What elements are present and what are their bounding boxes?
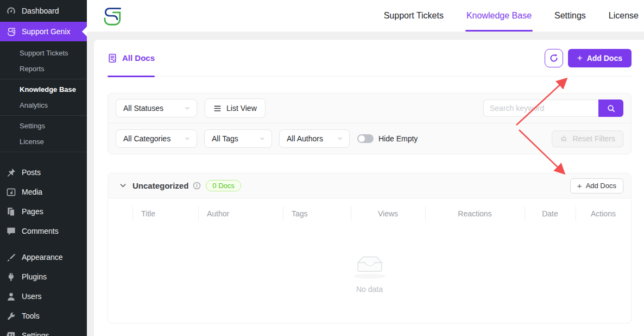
sidebar-item-label: Plugins	[22, 272, 47, 281]
sidebar-item-support-tickets[interactable]: Support Tickets	[0, 45, 87, 61]
sidebar-item-label: Posts	[22, 168, 41, 177]
tab-label: All Docs	[122, 53, 155, 63]
sidebar-item-label: Media	[22, 188, 42, 196]
chevron-down-icon	[337, 135, 343, 142]
search-input[interactable]	[483, 99, 598, 117]
sidebar-item-media[interactable]: Media	[0, 182, 87, 202]
status-filter-value: All Statuses	[123, 104, 163, 113]
docs-table-card: Uncategorized 0 Docs + Add Docs Title Au…	[108, 173, 632, 323]
search-group	[483, 99, 623, 117]
topbar-nav: Support Tickets Knowledge Base Settings …	[384, 0, 639, 32]
current-menu-arrow	[82, 27, 87, 36]
pin-icon	[6, 167, 16, 178]
sidebar-item-label: Settings	[22, 331, 49, 336]
sidebar-item-label: Users	[22, 292, 42, 301]
plus-icon: +	[577, 53, 583, 64]
empty-state: No data	[108, 228, 631, 294]
sidebar-item-label: Tools	[22, 312, 40, 320]
reset-broom-icon	[560, 135, 568, 143]
sidebar-item-reports[interactable]: Reports	[0, 61, 87, 77]
chevron-down-icon	[259, 135, 266, 142]
author-filter-value: All Authors	[287, 134, 323, 143]
sidebar-item-sg-license[interactable]: License	[0, 134, 87, 150]
plug-icon	[6, 272, 16, 282]
category-filter-value: All Categories	[123, 134, 171, 143]
tag-filter-select[interactable]: All Tags	[204, 129, 272, 148]
column-actions: Actions	[576, 198, 631, 228]
sidebar-item-plugins[interactable]: Plugins	[0, 267, 87, 287]
chevron-down-icon	[184, 105, 191, 111]
category-filter-select[interactable]: All Categories	[116, 129, 197, 148]
refresh-button[interactable]	[545, 49, 563, 67]
add-docs-button-top[interactable]: + Add Docs	[568, 49, 632, 67]
header-actions: + Add Docs	[545, 49, 632, 67]
plus-icon: +	[577, 181, 582, 190]
doc-count-badge: 0 Docs	[206, 180, 241, 191]
nav-license[interactable]: License	[609, 0, 639, 32]
sidebar-item-support-genix[interactable]: Support Genix	[0, 22, 87, 41]
category-group-header: Uncategorized 0 Docs + Add Docs	[108, 173, 631, 198]
column-date: Date	[525, 198, 576, 228]
info-icon[interactable]	[193, 182, 201, 190]
add-docs-button-row[interactable]: + Add Docs	[570, 178, 623, 194]
category-group-title: Uncategorized	[132, 181, 188, 190]
sidebar-item-tools[interactable]: Tools	[0, 306, 87, 326]
author-filter-select[interactable]: All Authors	[279, 129, 350, 148]
sidebar-item-label: Support Genix	[22, 27, 71, 36]
nav-settings[interactable]: Settings	[554, 0, 586, 32]
sidebar-item-appearance[interactable]: Appearance	[0, 247, 87, 267]
sidebar-item-sg-settings[interactable]: Settings	[0, 118, 87, 134]
list-view-label: List View	[226, 104, 257, 113]
submenu-separator	[0, 79, 87, 79]
menu-spacer	[0, 241, 87, 247]
sidebar-item-pages[interactable]: Pages	[0, 202, 87, 221]
sidebar-item-knowledge-base[interactable]: Knowledge Base	[0, 82, 87, 97]
submenu-separator	[0, 115, 87, 116]
hide-empty-toggle[interactable]	[357, 134, 374, 143]
column-tags: Tags	[283, 198, 351, 228]
tab-all-docs[interactable]: All Docs	[108, 40, 155, 77]
nav-support-tickets[interactable]: Support Tickets	[384, 0, 444, 32]
sidebar-item-users[interactable]: Users	[0, 287, 87, 306]
list-view-button[interactable]: List View	[205, 98, 266, 118]
column-expand	[108, 198, 132, 228]
submenu-separator	[0, 152, 87, 152]
refresh-icon	[549, 53, 559, 63]
table-column-header: Title Author Tags Views Reactions Date A…	[108, 198, 631, 228]
docs-icon	[108, 53, 117, 63]
filter-panel: All Statuses List View	[108, 93, 632, 154]
reset-filters-button[interactable]: Reset Filters	[552, 130, 623, 147]
comment-icon	[6, 226, 16, 237]
column-reactions: Reactions	[425, 198, 525, 228]
collapse-chevron-icon[interactable]	[119, 182, 127, 190]
empty-inbox-icon	[352, 253, 388, 279]
support-genix-icon	[6, 27, 16, 37]
plugin-topbar: Support Tickets Knowledge Base Settings …	[87, 0, 644, 32]
add-docs-label: Add Docs	[587, 54, 622, 63]
pages-icon	[6, 207, 16, 217]
sidebar-item-analytics[interactable]: Analytics	[0, 97, 87, 113]
status-filter-select[interactable]: All Statuses	[116, 99, 197, 117]
search-icon	[607, 104, 616, 113]
column-views: Views	[351, 198, 425, 228]
search-button[interactable]	[598, 99, 623, 117]
sidebar-item-posts[interactable]: Posts	[0, 163, 87, 182]
sidebar-item-label: Appearance	[22, 253, 63, 262]
wp-main-menu: Posts Media Pages Comments	[0, 157, 87, 336]
filter-row-1: All Statuses List View	[108, 94, 631, 123]
sidebar-item-comments[interactable]: Comments	[0, 221, 87, 241]
sidebar-item-dashboard[interactable]: Dashboard	[0, 0, 87, 22]
support-genix-logo	[100, 4, 123, 28]
toggle-knob	[358, 135, 365, 142]
sidebar-item-label: Pages	[22, 207, 43, 216]
list-view-icon	[213, 104, 222, 113]
knowledge-base-panel: All Docs + Add Docs All Statuses	[94, 40, 644, 336]
nav-knowledge-base[interactable]: Knowledge Base	[466, 0, 532, 32]
tag-filter-value: All Tags	[212, 134, 238, 143]
reset-filters-label: Reset Filters	[572, 134, 615, 143]
empty-state-text: No data	[356, 285, 383, 294]
sidebar-item-label: Dashboard	[22, 7, 59, 15]
docs-header: All Docs + Add Docs	[108, 40, 632, 77]
sidebar-item-label: Comments	[22, 227, 59, 235]
chevron-down-icon	[184, 135, 191, 142]
